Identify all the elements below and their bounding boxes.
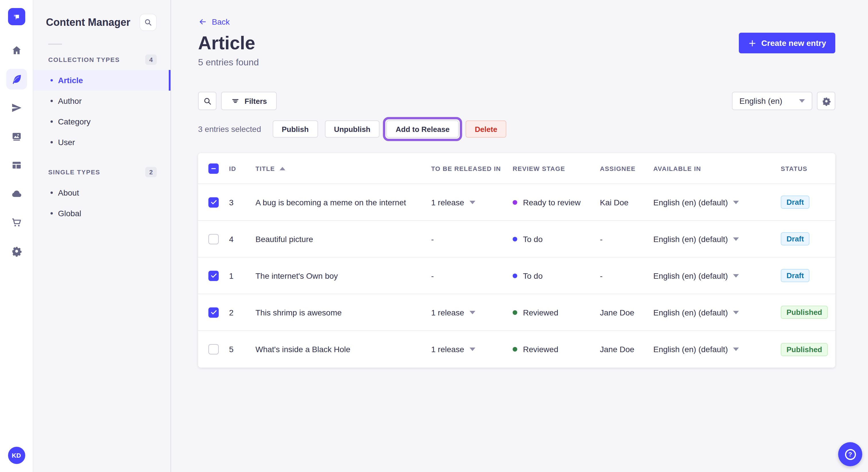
column-header-assignee[interactable]: ASSIGNEE [600,165,653,172]
column-header-release[interactable]: TO BE RELEASED IN [431,165,513,172]
locale-dropdown[interactable]: English (en) (default) [653,234,739,243]
releases-send-icon[interactable] [6,98,27,118]
locale-dropdown[interactable]: English (en) (default) [653,198,739,207]
entries-count: 5 entries found [198,57,259,68]
plus-icon [748,39,756,47]
entry-id: 3 [229,198,255,207]
chevron-down-icon [733,310,739,314]
cart-marketplace-icon[interactable] [6,212,27,233]
arrow-left-icon [198,17,207,26]
media-library-icon[interactable] [6,126,27,147]
back-link[interactable]: Back [198,16,259,28]
bullet-icon [51,121,53,123]
chevron-down-icon [733,274,739,277]
cloud-icon[interactable] [6,183,27,204]
entry-id: 2 [229,308,255,317]
search-icon [203,96,212,106]
chevron-down-icon [733,237,739,241]
chevron-down-icon [469,200,475,204]
filters-button[interactable]: Filters [221,92,277,110]
entry-id: 5 [229,345,255,354]
sort-ascending-icon [280,167,285,170]
release-dropdown[interactable]: 1 release [431,308,475,317]
gear-icon [821,96,831,106]
locale-dropdown[interactable]: English (en) (default) [653,308,739,317]
publish-button[interactable]: Publish [272,121,318,138]
create-new-entry-button[interactable]: Create new entry [739,33,835,53]
column-header-available-in[interactable]: AVAILABLE IN [653,165,781,172]
subnav-item-about[interactable]: About [33,182,170,203]
review-stage: Ready to review [523,198,581,207]
column-header-status[interactable]: STATUS [781,165,835,172]
row-checkbox[interactable] [208,197,219,207]
subnav-search-button[interactable] [140,14,157,31]
subnav-item-user[interactable]: User [33,132,170,153]
delete-button[interactable]: Delete [466,121,506,138]
section-count-badge: 4 [145,55,157,65]
add-to-release-button[interactable]: Add to Release [386,121,459,138]
help-button[interactable]: ? [838,442,862,466]
sidebar-sections: COLLECTION TYPES 4 Article Author Catego… [33,45,170,224]
release-dropdown[interactable]: - [431,234,434,243]
locale-select[interactable]: English (en) [732,92,812,110]
table-row[interactable]: 1 The internet's Own boy - To do - Engli… [198,258,835,294]
select-all-checkbox[interactable] [208,163,219,173]
stage-dot-icon [513,200,517,204]
review-stage: Reviewed [523,308,558,317]
bullet-icon [51,212,53,214]
subnav-section: SINGLE TYPES 2 About Global [33,166,170,224]
release-dropdown[interactable]: - [431,271,434,280]
release-dropdown[interactable]: 1 release [431,198,475,207]
locale-dropdown[interactable]: English (en) (default) [653,345,739,354]
subnav-item-category[interactable]: Category [33,111,170,132]
table-row[interactable]: 3 A bug is becoming a meme on the intern… [198,184,835,221]
stage-dot-icon [513,347,517,351]
locale-dropdown[interactable]: English (en) (default) [653,271,739,280]
row-checkbox[interactable] [208,234,219,244]
row-checkbox[interactable] [208,307,219,317]
assignee: Jane Doe [600,345,653,354]
entry-title: This shrimp is awesome [255,308,431,317]
status-badge: Published [781,306,828,319]
bullet-icon [51,79,53,81]
table-row[interactable]: 2 This shrimp is awesome 1 release Revie… [198,294,835,331]
content-manager-icon[interactable] [6,69,27,90]
entry-title: Beautiful picture [255,234,431,243]
status-badge: Published [781,343,828,356]
filter-icon [231,96,240,105]
assignee: - [600,271,653,280]
column-header-title[interactable]: TITLE [255,165,431,172]
subnav-item-author[interactable]: Author [33,91,170,111]
subnav-item-article[interactable]: Article [33,70,170,91]
subnav-title: Content Manager [46,16,130,28]
chevron-down-icon [799,99,805,103]
view-settings-button[interactable] [817,92,835,110]
entry-id: 1 [229,271,255,280]
section-label: SINGLE TYPES [48,169,100,175]
user-avatar[interactable]: KD [8,447,25,464]
subnav-section: COLLECTION TYPES 4 Article Author Catego… [33,54,170,153]
column-header-id[interactable]: ID [229,165,255,172]
section-count-badge: 2 [145,167,157,177]
strapi-logo[interactable] [8,8,25,25]
back-label: Back [212,17,229,26]
row-checkbox[interactable] [208,270,219,281]
settings-gear-icon[interactable] [6,241,27,262]
table-row[interactable]: 4 Beautiful picture - To do - English (e… [198,221,835,258]
stage-dot-icon [513,273,517,278]
toolbar: Filters English (en) [198,92,835,110]
column-header-review-stage[interactable]: REVIEW STAGE [513,165,600,172]
layout-builder-icon[interactable] [6,155,27,175]
table-row[interactable]: 5 What's inside a Black Hole 1 release R… [198,331,835,368]
home-icon[interactable] [6,40,27,61]
subnav-item-global[interactable]: Global [33,203,170,224]
row-checkbox[interactable] [208,344,219,355]
main-nav-rail: KD [0,0,33,472]
search-button[interactable] [198,92,216,110]
main-content: Back Article 5 entries found Create new … [171,0,868,472]
stage-dot-icon [513,310,517,314]
entries-table: ID TITLE TO BE RELEASED IN REVIEW STAGE … [198,153,835,368]
entry-title: A bug is becoming a meme on the internet [255,198,431,207]
unpublish-button[interactable]: Unpublish [324,121,379,138]
release-dropdown[interactable]: 1 release [431,345,475,354]
